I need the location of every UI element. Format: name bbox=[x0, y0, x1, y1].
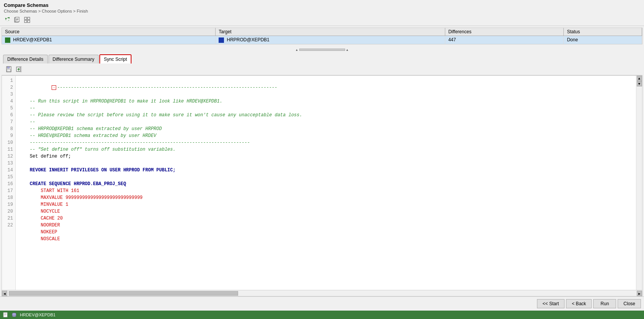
svg-rect-5 bbox=[24, 17, 27, 20]
code-line-7: -- HRDEV@XEPDB1 schema extracted by user… bbox=[19, 132, 633, 139]
source-cell: HRDEV@XEPDB1 bbox=[2, 36, 216, 44]
splitter-bar[interactable] bbox=[299, 49, 345, 51]
col-target: Target bbox=[216, 28, 445, 36]
target-cell: HRPROD@XEPDB1 bbox=[216, 36, 445, 44]
run-button[interactable]: Run bbox=[593, 299, 616, 308]
schema-row[interactable]: HRDEV@XEPDB1 HRPROD@XEPDB1 447 Done bbox=[2, 36, 642, 44]
save-button[interactable] bbox=[5, 65, 13, 73]
code-line-22: NOSCALE bbox=[19, 236, 633, 243]
col-status: Status bbox=[564, 28, 642, 36]
close-dialog-button[interactable]: Close bbox=[618, 299, 641, 308]
code-line-13 bbox=[19, 174, 633, 181]
tab-difference-details[interactable]: Difference Details bbox=[3, 55, 48, 63]
code-line-19: CACHE 20 bbox=[19, 215, 633, 222]
splitter-area: ▲ ▲ bbox=[2, 46, 642, 53]
code-line-1: ----------------------------------------… bbox=[19, 77, 633, 98]
code-line-16: MAXVALUE 9999999999999999999999999999 bbox=[19, 194, 633, 201]
close-button[interactable] bbox=[23, 16, 31, 24]
tab-difference-summary[interactable]: Difference Summary bbox=[49, 55, 99, 63]
target-name: HRPROD@XEPDB1 bbox=[227, 37, 270, 42]
code-line-18: NOCYCLE bbox=[19, 208, 633, 215]
horizontal-scrollbar[interactable]: ◄ ► bbox=[2, 290, 642, 296]
svg-point-20 bbox=[12, 315, 16, 317]
refresh-icon bbox=[4, 17, 10, 23]
close-grid-icon bbox=[24, 17, 30, 23]
code-line-2: -- Run this script in HRPROD@XEPDB1 to m… bbox=[19, 98, 633, 105]
col-source: Source bbox=[2, 28, 216, 36]
code-line-3: -- bbox=[19, 105, 633, 112]
source-name: HRDEV@XEPDB1 bbox=[13, 37, 52, 42]
header: Compare Schemas Choose Schemas > Choose … bbox=[0, 0, 644, 14]
source-color-indicator bbox=[5, 37, 10, 43]
tab-sync-script[interactable]: Sync Script bbox=[99, 54, 132, 63]
code-content: ----------------------------------------… bbox=[16, 76, 636, 290]
export-button[interactable] bbox=[13, 16, 21, 24]
target-color-indicator bbox=[219, 37, 224, 43]
differences-cell: 447 bbox=[445, 36, 564, 44]
content-area: 1 2 3 4 5 6 7 8 9 10 11 12 13 14 15 16 1 bbox=[0, 63, 644, 296]
tab-diff-summary-label: Difference Summary bbox=[53, 57, 94, 62]
refresh-button[interactable] bbox=[3, 16, 11, 24]
collapse-icon-1[interactable]: - bbox=[52, 85, 56, 90]
code-line-17: MINVALUE 1 bbox=[19, 201, 633, 208]
code-line-14: CREATE SEQUENCE HRPROD.EBA_PROJ_SEQ bbox=[19, 181, 633, 187]
code-area[interactable]: 1 2 3 4 5 6 7 8 9 10 11 12 13 14 15 16 1 bbox=[2, 76, 642, 290]
export2-icon bbox=[16, 66, 22, 72]
col-differences: Differences bbox=[445, 28, 564, 36]
svg-rect-14 bbox=[3, 312, 7, 317]
code-line-5: -- bbox=[19, 119, 633, 125]
svg-rect-11 bbox=[7, 70, 11, 72]
svg-rect-8 bbox=[28, 20, 30, 23]
save-icon bbox=[6, 66, 12, 72]
page-title: Compare Schemas bbox=[4, 2, 640, 8]
h-scroll-thumb[interactable] bbox=[9, 291, 238, 296]
code-line-9: -- "Set define off" turns off substituti… bbox=[19, 146, 633, 153]
svg-rect-7 bbox=[24, 20, 27, 23]
tabs-container: Difference Details Difference Summary Sy… bbox=[0, 53, 644, 63]
schema-table: Source Target Differences Status HRDEV@X… bbox=[2, 28, 642, 44]
back-button[interactable]: < Back bbox=[566, 299, 592, 308]
vertical-scrollbar[interactable]: ▲ ▼ bbox=[636, 76, 642, 290]
code-line-8: ----------------------------------------… bbox=[19, 139, 633, 146]
export-icon bbox=[14, 17, 20, 23]
status-bar: HRDEV@XEPDB1 bbox=[0, 311, 644, 319]
bottom-bar: << Start < Back Run Close bbox=[0, 296, 644, 311]
status-cell: Done bbox=[564, 36, 642, 44]
code-line-20: NOORDER bbox=[19, 222, 633, 229]
schema-table-container: Source Target Differences Status HRDEV@X… bbox=[2, 28, 642, 44]
code-editor: 1 2 3 4 5 6 7 8 9 10 11 12 13 14 15 16 1 bbox=[2, 75, 642, 296]
code-line-12: REVOKE INHERIT PRIVILEGES ON USER HRPROD… bbox=[19, 167, 633, 174]
tab-diff-details-label: Difference Details bbox=[7, 57, 44, 62]
breadcrumb: Choose Schemas > Choose Options > Finish bbox=[4, 9, 640, 13]
code-line-21: NOKEEP bbox=[19, 229, 633, 236]
svg-rect-10 bbox=[7, 67, 10, 68]
start-button[interactable]: << Start bbox=[537, 299, 565, 308]
status-db-icon bbox=[11, 312, 17, 317]
schema-section: Source Target Differences Status HRDEV@X… bbox=[0, 26, 644, 53]
code-line-6: -- HRPROD@XEPDB1 schema extracted by use… bbox=[19, 125, 633, 132]
code-line-4: -- Please review the script before using… bbox=[19, 112, 633, 119]
code-line-15: START WITH 161 bbox=[19, 187, 633, 194]
sub-toolbar bbox=[2, 63, 642, 75]
tab-sync-script-label: Sync Script bbox=[104, 57, 127, 62]
status-page-icon bbox=[3, 312, 8, 317]
line-numbers: 1 2 3 4 5 6 7 8 9 10 11 12 13 14 15 16 1 bbox=[2, 76, 16, 290]
svg-rect-6 bbox=[28, 17, 30, 20]
export2-button[interactable] bbox=[15, 65, 23, 73]
code-line-10: Set define off; bbox=[19, 153, 633, 160]
code-line-11 bbox=[19, 160, 633, 167]
main-toolbar bbox=[0, 14, 644, 26]
status-connection: HRDEV@XEPDB1 bbox=[20, 312, 55, 317]
